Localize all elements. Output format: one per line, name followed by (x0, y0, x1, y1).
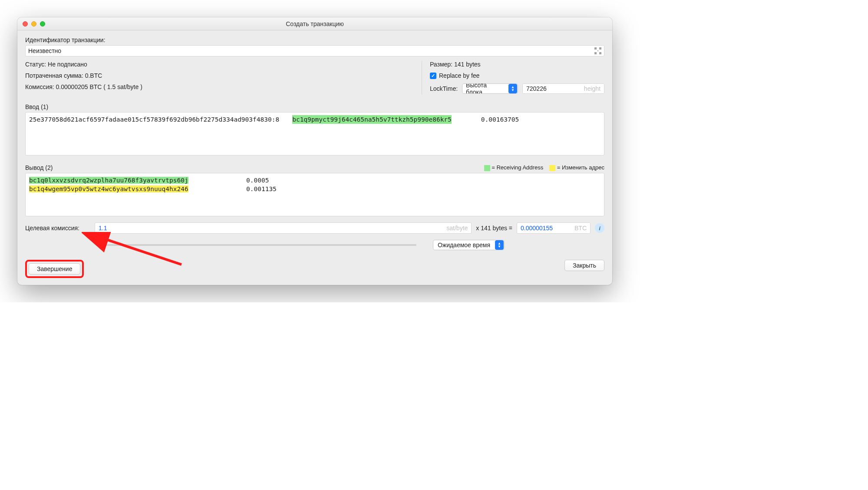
info-left: Статус: Не подписано Потраченная сумма: … (25, 61, 422, 95)
locktime-label: LockTime: (430, 85, 458, 92)
outputs-listbox[interactable]: bc1q0lxxvzsdvrq2wzplha7uu768f3yavtrvtps6… (25, 173, 604, 216)
fee-slider-row: Ожидаемое время ▲▼ (25, 240, 604, 250)
btc-fee-input[interactable]: 0.00000155 BTC (517, 222, 591, 234)
btc-unit: BTC (574, 225, 587, 232)
target-fee-value: 1.1 (99, 225, 107, 232)
size-line: Размер: 141 bytes (430, 61, 604, 68)
input-amount: 0.00163705 (481, 115, 519, 124)
output-row: bc1q0lxxvzsdvrq2wzplha7uu768f3yavtrvtps6… (29, 176, 601, 185)
outputs-header: Вывод (2) (25, 164, 53, 171)
button-row: Завершение Закрыть (25, 260, 604, 278)
close-button[interactable]: Закрыть (564, 260, 604, 271)
info-columns: Статус: Не подписано Потраченная сумма: … (25, 61, 604, 95)
inputs-header-row: Ввод (1) (25, 103, 604, 110)
locktime-row: LockTime: Высота блока ▲▼ 720226 height (430, 83, 604, 94)
input-address: bc1q9pmyct99j64c465na5h5v7ttkzh5p990e86k… (292, 115, 452, 124)
legend-receiving-label: = Receiving Address (492, 164, 543, 171)
select-arrows-icon: ▲▼ (508, 84, 517, 93)
legend-change-swatch (549, 165, 555, 171)
output-amount-0: 0.0005 (246, 176, 269, 185)
txid-value: Неизвестно (28, 47, 61, 54)
output-address-0: bc1q0lxxvzsdvrq2wzplha7uu768f3yavtrvtps6… (29, 177, 188, 184)
fee-slider-thumb[interactable] (98, 241, 106, 249)
locktime-placeholder: height (584, 85, 601, 92)
checkbox-checked-icon[interactable]: ✓ (430, 73, 436, 79)
inputs-header: Ввод (1) (25, 103, 48, 110)
annotation-highlight: Завершение (25, 260, 84, 278)
target-fee-label: Целевая комиссия: (25, 225, 90, 232)
output-amount-1: 0.001135 (246, 185, 277, 193)
eta-select[interactable]: Ожидаемое время ▲▼ (433, 240, 505, 250)
info-right: Размер: 141 bytes ✓ Replace by fee LockT… (422, 61, 604, 95)
inputs-listbox[interactable]: 25e377058d621acf6597fadaae015cf57839f692… (25, 112, 604, 156)
titlebar: Создать транзакцию (17, 17, 612, 30)
transaction-window: Создать транзакцию Идентификатор транзак… (17, 17, 612, 285)
locktime-select-value: Высота блока (462, 83, 508, 94)
txid-field[interactable]: Неизвестно (25, 45, 604, 56)
input-row: 25e377058d621acf6597fadaae015cf57839f692… (29, 115, 601, 124)
locktime-type-select[interactable]: Высота блока ▲▼ (462, 83, 518, 94)
satbyte-unit: sat/byte (446, 225, 468, 232)
locktime-value: 720226 (526, 85, 547, 92)
info-icon[interactable]: i (595, 223, 604, 233)
locktime-value-input[interactable]: 720226 height (522, 83, 604, 94)
btc-fee-value: 0.00000155 (521, 225, 553, 232)
fee-slider[interactable] (98, 244, 416, 246)
amount-spent-line: Потраченная сумма: 0.BTC (25, 72, 413, 79)
rbf-row[interactable]: ✓ Replace by fee (430, 72, 604, 79)
txid-label: Идентификатор транзакции: (25, 36, 604, 43)
outputs-legend: = Receiving Address = Изменить адрес (484, 164, 604, 171)
status-line: Статус: Не подписано (25, 61, 413, 68)
window-title: Создать транзакцию (17, 20, 612, 27)
output-address-1: bc1q4wgem95vp0v5wtz4wc6yawtvsxs9nuuq4hx2… (29, 185, 188, 192)
legend-change-label: = Изменить адрес (557, 164, 604, 171)
finish-button[interactable]: Завершение (29, 263, 80, 275)
output-row: bc1q4wgem95vp0v5wtz4wc6yawtvsxs9nuuq4hx2… (29, 185, 601, 193)
input-txid: 25e377058d621acf6597fadaae015cf57839f692… (29, 115, 279, 124)
outputs-header-row: Вывод (2) = Receiving Address = Изменить… (25, 164, 604, 171)
eta-label: Ожидаемое время (433, 242, 495, 248)
rbf-label: Replace by fee (439, 72, 479, 79)
select-arrows-icon: ▲▼ (495, 240, 504, 250)
legend-receiving-swatch (484, 165, 490, 171)
target-fee-input[interactable]: 1.1 sat/byte (95, 222, 472, 234)
qr-icon[interactable] (594, 47, 601, 54)
multiply-text: x 141 bytes = (476, 225, 512, 232)
commission-line: Комиссия: 0.00000205 BTC ( 1.5 sat/byte … (25, 83, 413, 90)
window-content: Идентификатор транзакции: Неизвестно Ста… (17, 30, 612, 285)
target-fee-row: Целевая комиссия: 1.1 sat/byte x 141 byt… (25, 222, 604, 234)
